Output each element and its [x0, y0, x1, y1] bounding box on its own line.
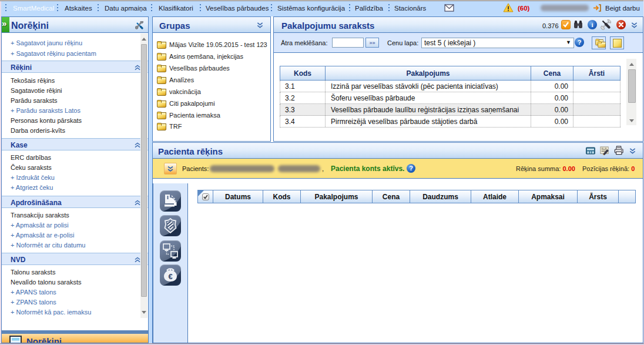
svg-text:€: € — [168, 272, 172, 281]
